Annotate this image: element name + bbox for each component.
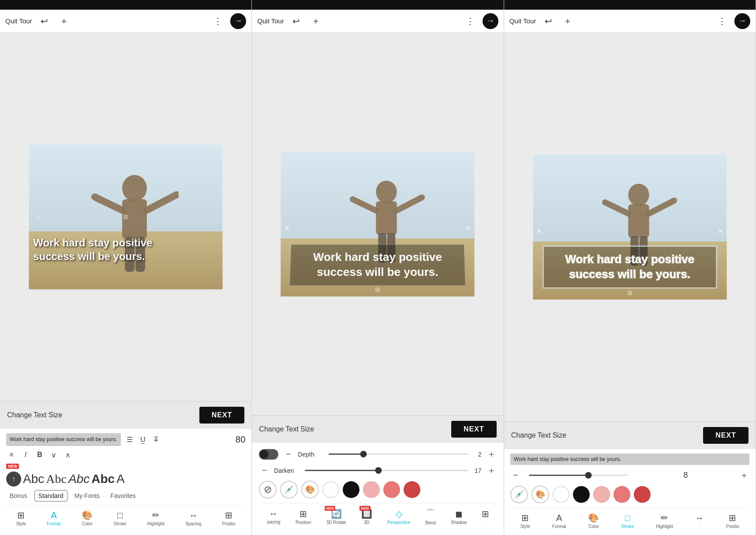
favorites-tab[interactable]: Favorites xyxy=(107,490,139,501)
tool-3d-2[interactable]: NEW 🔲 3D xyxy=(359,507,375,527)
tool-style-3[interactable]: ⊞ Style xyxy=(518,511,533,531)
close-right-3[interactable]: ✕ xyxy=(718,227,723,235)
text-preview-1[interactable]: Work hard stay positive success will be … xyxy=(6,433,121,446)
stroke-minus[interactable]: − xyxy=(510,470,521,480)
add-btn-1[interactable]: ＋ xyxy=(57,14,71,28)
tool-stroke-3[interactable]: □ Stroke xyxy=(618,511,636,531)
resize-handle-3[interactable]: ⊞ xyxy=(627,289,632,296)
depth-minus[interactable]: − xyxy=(283,449,293,459)
tool-format-1[interactable]: A Format xyxy=(44,509,64,528)
scroll-up-btn[interactable]: ↑ xyxy=(6,472,21,487)
bold-icon[interactable]: B xyxy=(34,450,45,460)
tool-highlight-3[interactable]: ✏ Highlight xyxy=(653,511,676,531)
tool-spacing-2[interactable]: ↔ ·pacing xyxy=(263,507,283,526)
darken-thumb[interactable] xyxy=(375,467,382,474)
close-right-2[interactable]: ✕ xyxy=(465,224,471,232)
next-arrow-btn-3[interactable]: → xyxy=(734,13,750,29)
color-white[interactable] xyxy=(322,481,339,498)
add-btn-2[interactable]: ＋ xyxy=(309,14,323,28)
change-text-btn-2[interactable]: Change Text Size xyxy=(259,425,314,433)
quit-tour-btn-1[interactable]: Quit Tour xyxy=(5,17,32,25)
add-btn-3[interactable]: ＋ xyxy=(561,14,575,28)
color-pink-light[interactable] xyxy=(363,481,380,498)
palette-icon-3[interactable]: 🎨 xyxy=(531,486,549,503)
handle-left-1[interactable]: → xyxy=(32,212,41,222)
change-text-btn-3[interactable]: Change Text Size xyxy=(511,431,566,439)
undo-btn-2[interactable]: ↩ xyxy=(289,14,303,28)
darken-plus[interactable]: ＋ xyxy=(486,464,497,476)
next-arrow-btn-2[interactable]: → xyxy=(483,13,498,29)
color-red[interactable] xyxy=(404,481,420,498)
no-color-icon[interactable]: ⊘ xyxy=(259,481,277,498)
tool-color-1[interactable]: 🎨 Color xyxy=(79,508,95,528)
standard-tab[interactable]: Standard xyxy=(34,490,67,502)
depth-toggle[interactable] xyxy=(259,449,278,460)
bonus-tab[interactable]: Bonus xyxy=(6,490,31,501)
text-overlay-box-3[interactable]: Work hard stay positive success will be … xyxy=(543,245,717,289)
next-btn-1[interactable]: NEXT xyxy=(199,407,245,424)
quit-tour-btn-2[interactable]: Quit Tour xyxy=(257,17,284,25)
color-pink-light-3[interactable] xyxy=(593,486,610,503)
color-black-3[interactable] xyxy=(573,486,590,503)
font-sample-4[interactable]: Abc xyxy=(91,472,115,486)
eyedropper-icon[interactable]: 💉 xyxy=(280,481,298,498)
strikethrough-icon[interactable]: T̶ xyxy=(151,435,161,445)
quit-tour-btn-3[interactable]: Quit Tour xyxy=(509,17,536,25)
font-sample-2[interactable]: Abc xyxy=(46,472,67,486)
collapse-icon[interactable]: ∧ xyxy=(63,450,73,460)
next-arrow-btn-1[interactable]: → xyxy=(230,13,246,29)
text-overlay-1[interactable]: Work hard stay positive success will be … xyxy=(33,236,196,263)
tool-format-3[interactable]: A Format xyxy=(550,511,569,531)
close-left-3[interactable]: ✕ xyxy=(536,227,542,235)
font-sample-3[interactable]: Abc xyxy=(68,472,90,486)
resize-handle-2[interactable]: ⊞ xyxy=(375,286,380,293)
tool-shadow-2[interactable]: ◼ Shadow xyxy=(448,507,469,527)
align-center-icon[interactable]: ☰ xyxy=(124,435,135,445)
font-sample-5[interactable]: A xyxy=(116,472,125,486)
tool-position-1[interactable]: ⊞ Positio xyxy=(220,508,238,528)
tool-spacing-1[interactable]: ↔ Spacing xyxy=(183,509,204,528)
text-overlay-box-2[interactable]: Work hard stay positive success will be … xyxy=(290,245,466,286)
depth-plus[interactable]: ＋ xyxy=(486,448,497,460)
tool-position-3[interactable]: ⊞ Positio xyxy=(723,511,742,531)
more-btn-2[interactable]: ⋮ xyxy=(463,14,477,28)
tool-perspective-2[interactable]: ◇ Perspective xyxy=(385,507,413,527)
more-btn-1[interactable]: ⋮ xyxy=(211,14,225,28)
tool-more-2[interactable]: ⊞ · xyxy=(479,507,492,527)
color-red-3[interactable] xyxy=(634,486,651,503)
undo-btn-3[interactable]: ↩ xyxy=(541,14,555,28)
underline-icon[interactable]: U̲ xyxy=(138,435,148,445)
more-format-icon[interactable]: ∨ xyxy=(49,450,59,460)
tool-highlight-1[interactable]: ✏ Highlight xyxy=(145,508,167,528)
palette-icon[interactable]: 🎨 xyxy=(301,481,319,498)
tool-position-2[interactable]: ⊞ Position xyxy=(293,507,314,527)
next-btn-3[interactable]: NEXT xyxy=(703,427,749,444)
tool-bend-2[interactable]: ⌒ Bend xyxy=(423,506,438,527)
depth-track[interactable] xyxy=(329,453,468,455)
tool-stroke-1[interactable]: □ Stroke xyxy=(111,509,129,528)
depth-thumb[interactable] xyxy=(360,451,367,457)
color-black[interactable] xyxy=(343,481,359,498)
resize-handle-1[interactable]: ⊞ xyxy=(123,213,128,220)
more-btn-3[interactable]: ⋮ xyxy=(715,14,729,28)
tool-style-1[interactable]: ⊞ Style xyxy=(14,508,29,528)
stroke-track[interactable] xyxy=(529,475,628,476)
color-pink-mid-3[interactable] xyxy=(614,486,630,503)
align-left-icon[interactable]: ≡ xyxy=(6,450,17,460)
tool-spacing-3[interactable]: ↔ · xyxy=(692,511,707,531)
change-text-btn-1[interactable]: Change Text Size xyxy=(7,411,62,419)
close-left-2[interactable]: ✕ xyxy=(284,224,290,232)
stroke-plus[interactable]: ＋ xyxy=(739,469,749,481)
color-white-3[interactable] xyxy=(553,486,569,503)
italic-icon[interactable]: I xyxy=(20,450,31,460)
undo-btn-1[interactable]: ↩ xyxy=(37,14,52,28)
darken-minus[interactable]: − xyxy=(259,465,269,476)
color-pink-mid[interactable] xyxy=(383,481,400,498)
text-preview-3[interactable]: Work hard stay positive success will be … xyxy=(510,453,749,465)
eyedropper-icon-3[interactable]: 💉 xyxy=(510,486,528,503)
myfonts-tab[interactable]: My Fonts xyxy=(71,490,104,501)
next-btn-2[interactable]: NEXT xyxy=(451,421,497,438)
tool-3drotate-2[interactable]: NEW 🔄 3D Rotate xyxy=(324,507,349,527)
stroke-thumb[interactable] xyxy=(585,472,591,479)
tool-color-3[interactable]: 🎨 Color xyxy=(585,511,602,531)
